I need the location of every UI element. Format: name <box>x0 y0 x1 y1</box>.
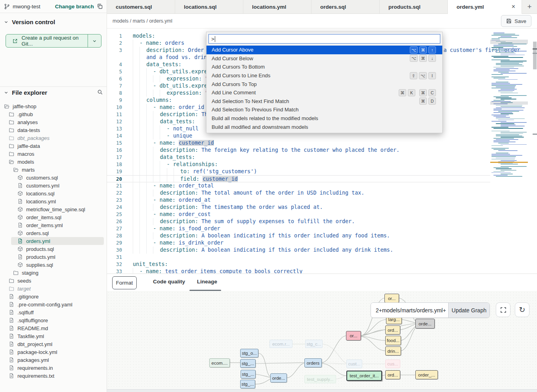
code-line-30[interactable]: 30description: A boolean indicating if t… <box>107 247 490 254</box>
code-line-22[interactable]: 22description: The total amount of the o… <box>107 189 490 197</box>
command-item[interactable]: Add Cursor Above⌥⌘↑ <box>206 46 442 54</box>
tree-item-metricflow_time_spine.sql[interactable]: metricflow_time_spine.sql <box>0 205 107 213</box>
command-item[interactable]: Add Line Comment⌘K⌘C <box>206 88 442 97</box>
tree-item-models[interactable]: models <box>0 158 107 166</box>
code-line-17[interactable]: 17data_tests: <box>107 154 490 161</box>
lineage-node-testsupply[interactable]: test_supply... <box>304 375 336 383</box>
tree-item-.github[interactable]: .github <box>0 110 107 118</box>
code-line-21[interactable]: 21- name: order_total <box>107 182 490 189</box>
close-icon[interactable]: × <box>512 3 515 10</box>
tree-item-package-lock.yml[interactable]: package-lock.yml <box>0 348 107 356</box>
tree-item-macros[interactable]: macros <box>0 150 107 158</box>
tree-item-staging[interactable]: staging <box>0 269 107 277</box>
tree-item-orders.sql[interactable]: orders.sql <box>0 229 107 237</box>
tab-locations.yml[interactable]: locations.yml <box>243 0 311 13</box>
tree-item-order_items.yml[interactable]: order_items.yml <box>0 221 107 229</box>
tree-item-dbt_project.yml[interactable]: dbt_project.yml <box>0 340 107 348</box>
code-line-29[interactable]: 29- name: is_drink_order <box>107 239 490 247</box>
tab-orders.sql[interactable]: orders.sql <box>311 0 380 13</box>
format-button[interactable]: Format <box>112 276 137 289</box>
file-explorer-header[interactable]: File explorer <box>0 86 107 98</box>
code-line-31[interactable]: 31 <box>107 254 490 261</box>
code-line-16[interactable]: 16description: The foreign key relating … <box>107 147 490 154</box>
command-item[interactable]: Build all modified and downstream models <box>206 122 442 131</box>
tab-customers.sql[interactable]: customers.sql <box>107 0 175 13</box>
lineage-search-input[interactable]: 2+models/marts/orders.yml+ <box>371 303 448 317</box>
code-line-14[interactable]: 14- unique <box>107 132 490 140</box>
code-line-23[interactable]: 23- name: ordered_at <box>107 197 490 204</box>
code-line-19[interactable]: 19to: ref('stg_customers') <box>107 168 490 175</box>
lineage-node-food[interactable]: food... <box>385 336 401 345</box>
code-line-32[interactable]: 32unit_tests: <box>107 261 490 268</box>
lineage-node-orders[interactable]: orders <box>304 358 322 367</box>
tree-item-supplies.sql[interactable]: supplies.sql <box>0 261 107 269</box>
tab-locations.sql[interactable]: locations.sql <box>175 0 243 13</box>
code-line-20[interactable]: 20field: customer_id <box>107 175 490 182</box>
lineage-node-cust[interactable]: cust... <box>346 359 362 368</box>
tree-item-orders.yml[interactable]: orders.yml <box>11 237 104 245</box>
tree-item-analyses[interactable]: analyses <box>0 118 107 126</box>
search-icon[interactable] <box>97 89 103 95</box>
lineage-node-drin[interactable]: drin... <box>385 346 401 356</box>
horizontal-scrollbar-track[interactable] <box>107 389 537 392</box>
code-line-18[interactable]: 18- relationships: <box>107 161 490 168</box>
editor-scrollbar[interactable] <box>533 29 537 273</box>
code-line-26[interactable]: 26description: The sum of supply expense… <box>107 218 490 225</box>
tab-orders.yml[interactable]: orders.yml× <box>448 0 522 14</box>
command-item[interactable]: Add Selection To Previous Find Match <box>206 105 442 114</box>
tab-code-quality[interactable]: Code quality <box>153 279 185 285</box>
lineage-node-orde[interactable]: orde... <box>415 319 435 329</box>
copy-icon[interactable] <box>97 3 103 10</box>
command-item[interactable]: Add Cursor Below⌥⌘↓ <box>206 54 442 63</box>
lineage-node-ecom[interactable]: ecom.... <box>209 358 230 367</box>
tree-item-requirements.txt[interactable]: requirements.txt <box>0 372 107 380</box>
tree-item-target[interactable]: target <box>0 285 107 293</box>
tree-item-products.sql[interactable]: products.sql <box>0 245 107 253</box>
tree-item-.sqlfluffignore[interactable]: .sqlfluffignore <box>0 316 107 324</box>
tree-item-Taskfile.yml[interactable]: Taskfile.yml <box>0 332 107 340</box>
tab-products.sql[interactable]: products.sql <box>380 0 448 13</box>
update-graph-button[interactable]: Update Graph <box>448 303 489 317</box>
refresh-button[interactable]: ↻ <box>515 302 529 317</box>
tree-item-packages.yml[interactable]: packages.yml <box>0 356 107 364</box>
lineage-node-orde[interactable]: orde... <box>270 373 287 382</box>
tree-item-seeds[interactable]: seeds <box>0 277 107 285</box>
tree-item-products.yml[interactable]: products.yml <box>0 253 107 261</box>
code-line-24[interactable]: 24description: The timestamp the order w… <box>107 204 490 211</box>
lineage-node-or[interactable]: or... <box>384 294 399 303</box>
command-item[interactable]: Add Cursors to Line Ends⇧⌥I <box>206 71 442 80</box>
lineage-node-order[interactable]: order_... <box>415 370 438 379</box>
change-branch-link[interactable]: Change branch <box>55 4 94 10</box>
code-line-25[interactable]: 25- name: order_cost <box>107 211 490 218</box>
tab-lineage[interactable]: Lineage <box>197 279 217 285</box>
lineage-node-ord[interactable]: ord... <box>385 370 400 379</box>
create-pr-dropdown[interactable] <box>88 34 101 47</box>
version-control-header[interactable]: Version control <box>4 19 55 25</box>
tree-item-order_items.sql[interactable]: order_items.sql <box>0 213 107 221</box>
tree-item-customers.yml[interactable]: customers.yml <box>0 182 107 189</box>
lineage-node-cus[interactable]: cus... <box>385 359 400 368</box>
lineage-node-stgc[interactable]: stg_c... <box>305 340 323 348</box>
tree-item-requirements.in[interactable]: requirements.in <box>0 364 107 372</box>
tree-item-marts[interactable]: marts <box>0 166 107 174</box>
lineage-node-ecomr[interactable]: ecom.r... <box>269 340 292 348</box>
lineage-node-stgo[interactable]: stg_o... <box>240 349 258 358</box>
lineage-node-stg[interactable]: stg_... <box>240 380 255 388</box>
tree-item-customers.sql[interactable]: customers.sql <box>0 174 107 182</box>
tree-item-data-tests[interactable]: data-tests <box>0 126 107 134</box>
tree-item-.sqlfluff[interactable]: .sqlfluff <box>0 308 107 316</box>
command-palette-input[interactable]: > <box>208 34 440 44</box>
tree-item-locations.sql[interactable]: locations.sql <box>0 189 107 197</box>
lineage-node-or[interactable]: or... <box>346 331 361 340</box>
lineage-node-stg[interactable]: stg_... <box>240 359 256 368</box>
scrollbar-thumb[interactable] <box>533 42 537 69</box>
tree-item-locations.yml[interactable]: locations.yml <box>0 197 107 205</box>
fullscreen-button[interactable] <box>496 302 510 317</box>
create-pr-button[interactable]: Create a pull request on Git... <box>6 34 101 48</box>
command-item[interactable]: Add Cursors To Top <box>206 80 442 88</box>
command-item[interactable]: Build all models related to the modified… <box>206 114 442 123</box>
tree-item-jaffle-shop[interactable]: jaffle-shop <box>0 102 107 110</box>
create-pr-main[interactable]: Create a pull request on Git... <box>6 34 88 47</box>
lineage-node-stg[interactable]: stg_... <box>241 370 256 379</box>
lineage-canvas[interactable]: 2+models/marts/orders.yml+ Update Graph … <box>107 291 537 389</box>
